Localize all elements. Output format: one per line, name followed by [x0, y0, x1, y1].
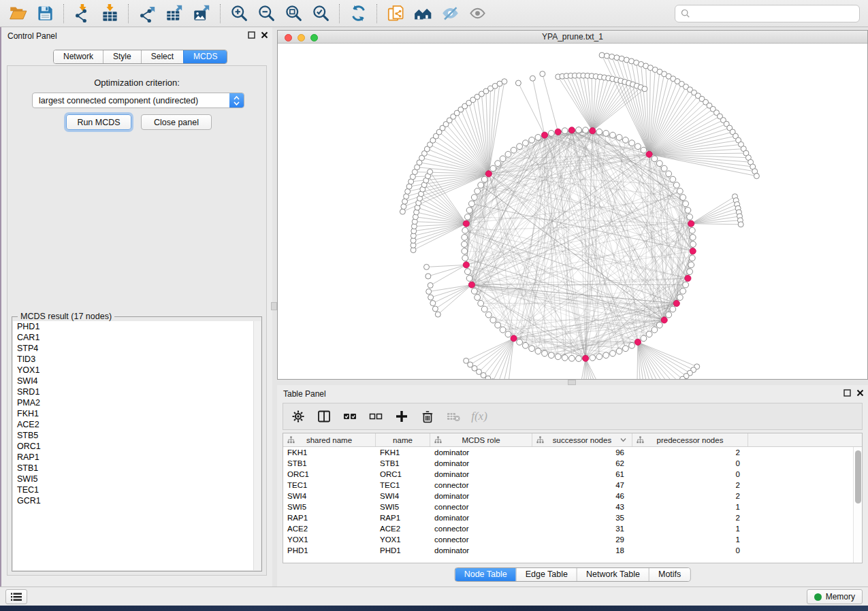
search-box [675, 5, 860, 22]
table-row[interactable]: STB1STB1dominator620 [283, 458, 862, 469]
tab-select[interactable]: Select [141, 50, 183, 63]
table-cell: SWI5 [283, 501, 376, 512]
table-scrollbar[interactable] [853, 447, 862, 563]
optimization-select-value: largest connected component (undirected) [33, 96, 229, 105]
import-table-button[interactable] [96, 2, 123, 25]
network-graph [278, 44, 867, 379]
network-view-titlebar: YPA_prune.txt_1 [278, 31, 867, 44]
table-row[interactable]: ACE2ACE2connector311 [283, 523, 862, 534]
table-cell: 35 [532, 512, 632, 523]
mcds-result-item[interactable]: ORC1 [13, 441, 261, 452]
network-canvas[interactable] [278, 44, 867, 379]
table-row[interactable]: SWI4SWI4dominator462 [283, 491, 862, 501]
open-session-button[interactable] [4, 2, 31, 25]
table-settings-button[interactable] [290, 408, 306, 425]
tab-network-table[interactable]: Network Table [577, 568, 649, 581]
vertical-splitter-handle[interactable] [271, 302, 277, 310]
mcds-result-item[interactable]: STB5 [13, 430, 261, 441]
mcds-result-item[interactable]: PMA2 [13, 397, 261, 408]
network-import-icon [74, 4, 92, 22]
close-panel-icon[interactable] [261, 31, 268, 39]
zoom-out-button[interactable] [253, 2, 280, 25]
column-header-shared-name[interactable]: shared name [283, 433, 376, 446]
horizontal-splitter-handle[interactable] [568, 380, 576, 385]
tab-motifs[interactable]: Motifs [649, 568, 690, 581]
table-export-icon [165, 4, 184, 22]
select-all-columns-button[interactable] [342, 408, 358, 425]
export-network-button[interactable] [133, 2, 161, 25]
mcds-list-scrollbar[interactable] [253, 321, 261, 570]
float-panel-icon[interactable] [248, 31, 255, 39]
control-panel-header: Control Panel [1, 27, 272, 45]
mcds-result-item[interactable]: SRD1 [13, 386, 261, 397]
table-row[interactable]: ORC1ORC1dominator610 [283, 469, 862, 480]
mcds-result-title: MCDS result (17 nodes) [18, 312, 114, 321]
column-header-name[interactable]: name [376, 433, 430, 446]
column-header-predecessor-nodes[interactable]: predecessor nodes [632, 433, 748, 446]
column-header-MCDS-role[interactable]: MCDS role [430, 433, 532, 446]
zoom-in-button[interactable] [225, 2, 253, 25]
mcds-result-item[interactable]: STP4 [13, 343, 261, 354]
optimization-criterion-label: Optimization criterion: [7, 78, 266, 88]
table-row[interactable]: PHD1PHD1dominator180 [283, 545, 862, 556]
table-cell: YOX1 [283, 534, 376, 545]
import-network-button[interactable] [69, 2, 96, 25]
show-panels-button[interactable] [5, 589, 27, 604]
tab-network[interactable]: Network [54, 50, 103, 63]
duplicate-network-button[interactable] [382, 2, 409, 25]
tab-node-table[interactable]: Node Table [455, 568, 516, 581]
close-panel-button[interactable]: Close panel [141, 114, 212, 130]
run-mcds-button[interactable]: Run MCDS [66, 114, 131, 130]
first-neighbors-button[interactable] [409, 2, 436, 25]
mcds-result-item[interactable]: SWI5 [13, 474, 261, 484]
mcds-result-item[interactable]: TEC1 [13, 484, 261, 495]
mcds-result-item[interactable]: RAP1 [13, 452, 261, 463]
mcds-result-item[interactable]: SWI4 [13, 376, 261, 386]
mcds-result-item[interactable]: YOX1 [13, 365, 261, 376]
mcds-result-item[interactable]: STB1 [13, 463, 261, 474]
close-panel-icon[interactable] [856, 389, 864, 397]
column-header-successor-nodes[interactable]: successor nodes [532, 433, 632, 446]
zoom-selected-button[interactable] [307, 2, 334, 25]
save-session-button[interactable] [31, 2, 59, 25]
table-cell: 2 [632, 491, 748, 501]
table-row[interactable]: FKH1FKH1dominator962 [283, 447, 862, 458]
table-row[interactable]: TEC1TEC1connector472 [283, 480, 862, 491]
mcds-result-item[interactable]: CAR1 [13, 332, 261, 343]
table-scrollbar-thumb[interactable] [855, 450, 861, 503]
split-table-view-button[interactable] [316, 408, 332, 425]
main-toolbar [0, 0, 868, 27]
show-all-button[interactable] [464, 2, 491, 25]
mcds-result-item[interactable]: ACE2 [13, 419, 261, 430]
zoom-fit-button[interactable] [280, 2, 307, 25]
deselect-all-columns-button[interactable] [368, 408, 384, 425]
destroy-table-button [445, 408, 462, 425]
tab-style[interactable]: Style [103, 50, 141, 63]
table-cell: 1 [632, 501, 748, 512]
tab-edge-table[interactable]: Edge Table [516, 568, 577, 581]
mcds-result-item[interactable]: FKH1 [13, 408, 261, 419]
table-cell: dominator [430, 469, 532, 480]
mcds-result-item[interactable]: TID3 [13, 354, 261, 365]
table-cell: TEC1 [376, 480, 430, 491]
mcds-result-item[interactable]: PHD1 [13, 321, 261, 332]
memory-button[interactable]: Memory [807, 589, 863, 604]
add-column-button[interactable] [393, 408, 410, 425]
search-input[interactable] [694, 9, 854, 18]
apply-layout-button[interactable] [344, 2, 372, 25]
delete-column-button[interactable] [419, 408, 436, 425]
optimization-select[interactable]: largest connected component (undirected) [32, 93, 244, 108]
table-cell: RAP1 [283, 512, 376, 523]
table-row[interactable]: YOX1YOX1connector291 [283, 534, 862, 545]
mcds-result-item[interactable]: GCR1 [13, 495, 261, 506]
table-cell: dominator [430, 545, 532, 556]
table-row[interactable]: RAP1RAP1dominator352 [283, 512, 862, 523]
export-table-button[interactable] [161, 2, 188, 25]
table-row[interactable]: SWI5SWI5connector431 [283, 501, 862, 512]
trash-icon [421, 410, 434, 423]
export-image-button[interactable] [188, 2, 215, 25]
hide-selected-button[interactable] [436, 2, 464, 25]
tab-mcds[interactable]: MCDS [183, 50, 227, 63]
table-cell: dominator [430, 491, 532, 501]
float-panel-icon[interactable] [843, 389, 851, 397]
